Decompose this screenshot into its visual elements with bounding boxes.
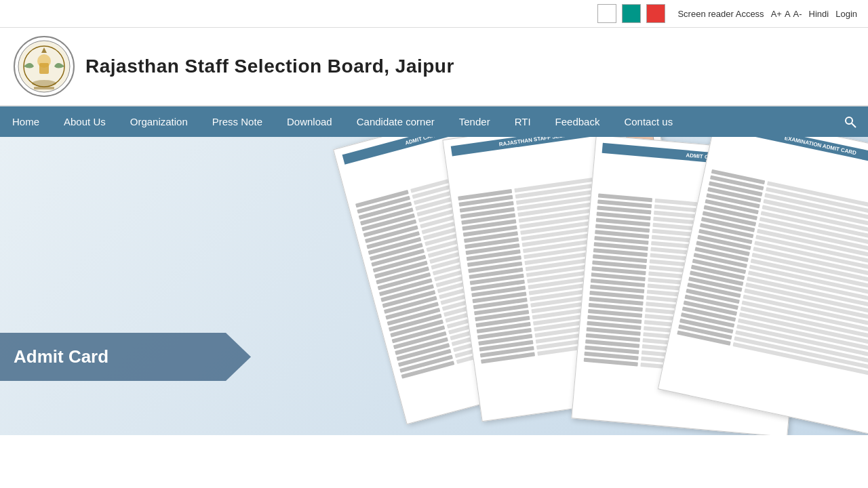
hindi-link[interactable]: Hindi: [809, 9, 829, 19]
top-bar: Screen reader Access A+ A A- Hindi Login: [0, 0, 868, 28]
nav-contact-us[interactable]: Contact us: [612, 106, 685, 137]
nav-organization[interactable]: Organization: [118, 106, 200, 137]
logo-area: Rajasthan Staff Selection Board, Jaipur: [14, 36, 454, 97]
nav-tender[interactable]: Tender: [447, 106, 502, 137]
color-teal[interactable]: [622, 4, 641, 23]
site-header: Rajasthan Staff Selection Board, Jaipur: [0, 28, 868, 106]
documents-area: ADMIT CARD / HALL TICKET: [326, 137, 868, 435]
screen-reader-link[interactable]: Screen reader Access: [677, 9, 764, 19]
nav-about-us[interactable]: About Us: [52, 106, 118, 137]
color-red[interactable]: [646, 4, 665, 23]
font-normal[interactable]: A: [785, 9, 791, 19]
admit-card-label: Admit Card: [0, 333, 251, 381]
svg-rect-4: [39, 63, 49, 74]
logo-circle: [14, 36, 75, 97]
color-white[interactable]: [597, 4, 616, 23]
top-bar-links: Screen reader Access A+ A A- Hindi Login: [677, 9, 857, 19]
search-icon[interactable]: [833, 115, 868, 129]
navbar: Home About Us Organization Press Note Do…: [0, 106, 868, 137]
admit-card-text: Admit Card: [14, 346, 108, 367]
login-link[interactable]: Login: [835, 9, 857, 19]
site-title: Rajasthan Staff Selection Board, Jaipur: [85, 56, 454, 77]
svg-point-7: [846, 117, 852, 124]
nav-download[interactable]: Download: [275, 106, 344, 137]
font-increase[interactable]: A+: [771, 9, 782, 19]
svg-rect-6: [34, 87, 54, 89]
font-size-controls: A+ A A-: [771, 9, 802, 19]
nav-candidate-corner[interactable]: Candidate corner: [344, 106, 447, 137]
nav-rti[interactable]: RTI: [502, 106, 543, 137]
svg-line-8: [852, 123, 856, 127]
hero-section: ADMIT CARD / HALL TICKET: [0, 137, 868, 435]
svg-point-2: [32, 80, 56, 87]
emblem-icon: [17, 39, 71, 94]
font-decrease[interactable]: A-: [793, 9, 802, 19]
nav-press-note[interactable]: Press Note: [200, 106, 275, 137]
nav-home[interactable]: Home: [0, 106, 52, 137]
nav-feedback[interactable]: Feedback: [543, 106, 612, 137]
